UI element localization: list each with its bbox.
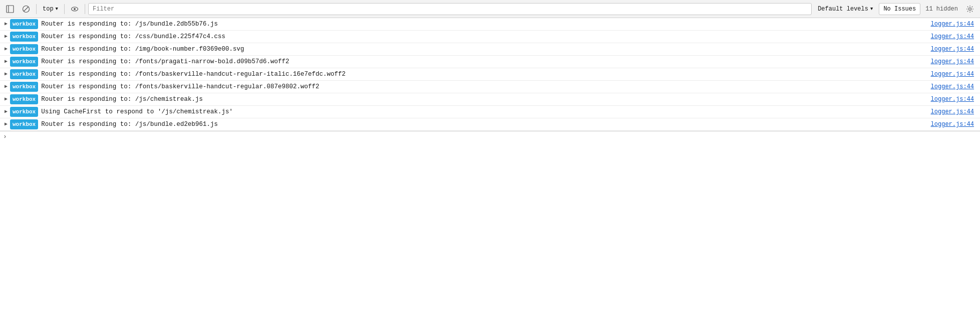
row-source-link[interactable]: logger.js:44	[931, 82, 980, 91]
workbox-badge: workbox	[10, 19, 38, 29]
context-selector-button[interactable]: top ▼	[40, 5, 61, 14]
row-source-link[interactable]: logger.js:44	[931, 57, 980, 66]
svg-rect-0	[7, 6, 14, 13]
levels-chevron-icon: ▼	[870, 7, 873, 12]
devtools-toolbar: top ▼ Default levels ▼ No Issues 11 hidd…	[0, 0, 980, 18]
row-source-link[interactable]: logger.js:44	[931, 95, 980, 104]
eye-toggle-button[interactable]	[68, 3, 82, 15]
row-message: Router is responding to: /fonts/baskervi…	[41, 82, 930, 91]
panel-icon	[6, 5, 14, 13]
panel-toggle-button[interactable]	[3, 3, 17, 15]
console-row: ▶workboxRouter is responding to: /css/bu…	[0, 31, 980, 43]
no-issues-label: No Issues	[883, 6, 916, 13]
console-row: ▶workboxRouter is responding to: /fonts/…	[0, 68, 980, 81]
levels-button[interactable]: Default levels ▼	[814, 3, 877, 15]
clear-console-button[interactable]	[19, 3, 33, 15]
row-source-link[interactable]: logger.js:44	[931, 70, 980, 79]
console-row: ▶workboxRouter is responding to: /js/bun…	[0, 118, 980, 131]
workbox-badge: workbox	[10, 119, 38, 129]
context-chevron-icon: ▼	[56, 7, 58, 12]
console-row: ▶workboxRouter is responding to: /fonts/…	[0, 56, 980, 68]
expand-arrow-icon[interactable]: ▶	[2, 82, 10, 91]
console-row: ▶workboxRouter is responding to: /js/che…	[0, 93, 980, 106]
row-message: Router is responding to: /css/bundle.225…	[41, 32, 930, 41]
hidden-count-label: 11 hidden	[922, 6, 961, 13]
expand-arrow-icon[interactable]: ▶	[2, 32, 10, 41]
expand-arrow-icon[interactable]: ▶	[2, 20, 10, 29]
row-message: Router is responding to: /js/chemistreak…	[41, 95, 930, 104]
row-message: Router is responding to: /fonts/pragati-…	[41, 57, 930, 66]
context-label: top	[43, 6, 54, 13]
svg-line-3	[24, 7, 29, 11]
expand-arrow-icon[interactable]: ▶	[2, 57, 10, 66]
expand-arrow-icon[interactable]: ▶	[2, 120, 10, 129]
row-message: Using CacheFirst to respond to '/js/chem…	[41, 107, 930, 116]
filter-input[interactable]	[88, 3, 812, 15]
row-source-link[interactable]: logger.js:44	[931, 32, 980, 41]
row-source-link[interactable]: logger.js:44	[931, 120, 980, 129]
divider-3	[85, 4, 85, 14]
row-source-link[interactable]: logger.js:44	[931, 45, 980, 54]
no-issues-button[interactable]: No Issues	[879, 3, 920, 15]
svg-point-6	[969, 8, 971, 10]
prompt-arrow-icon: ›	[3, 133, 7, 140]
divider-2	[64, 4, 65, 14]
workbox-badge: workbox	[10, 69, 38, 79]
expand-arrow-icon[interactable]: ▶	[2, 95, 10, 104]
row-source-link[interactable]: logger.js:44	[931, 107, 980, 116]
settings-button[interactable]	[963, 3, 977, 15]
row-message: Router is responding to: /js/bundle.ed2e…	[41, 120, 930, 129]
gear-icon	[966, 5, 974, 13]
console-prompt: ›	[0, 131, 980, 142]
row-source-link[interactable]: logger.js:44	[931, 20, 980, 29]
console-row: ▶workboxRouter is responding to: /fonts/…	[0, 81, 980, 93]
levels-label: Default levels	[818, 6, 868, 13]
workbox-badge: workbox	[10, 107, 38, 117]
workbox-badge: workbox	[10, 82, 38, 92]
console-body: ▶workboxRouter is responding to: /js/bun…	[0, 18, 980, 131]
expand-arrow-icon[interactable]: ▶	[2, 107, 10, 116]
workbox-badge: workbox	[10, 32, 38, 42]
eye-icon	[71, 5, 79, 13]
workbox-badge: workbox	[10, 44, 38, 54]
console-row: ▶workboxRouter is responding to: /img/bo…	[0, 43, 980, 56]
row-message: Router is responding to: /img/book-numbe…	[41, 45, 930, 54]
divider-1	[36, 4, 37, 14]
svg-point-5	[74, 8, 76, 10]
console-row: ▶workboxRouter is responding to: /js/bun…	[0, 18, 980, 31]
workbox-badge: workbox	[10, 94, 38, 104]
console-row: ▶workboxUsing CacheFirst to respond to '…	[0, 106, 980, 118]
clear-icon	[22, 5, 30, 13]
expand-arrow-icon[interactable]: ▶	[2, 70, 10, 79]
expand-arrow-icon[interactable]: ▶	[2, 45, 10, 54]
row-message: Router is responding to: /js/bundle.2db5…	[41, 20, 930, 29]
workbox-badge: workbox	[10, 57, 38, 67]
row-message: Router is responding to: /fonts/baskervi…	[41, 70, 930, 79]
